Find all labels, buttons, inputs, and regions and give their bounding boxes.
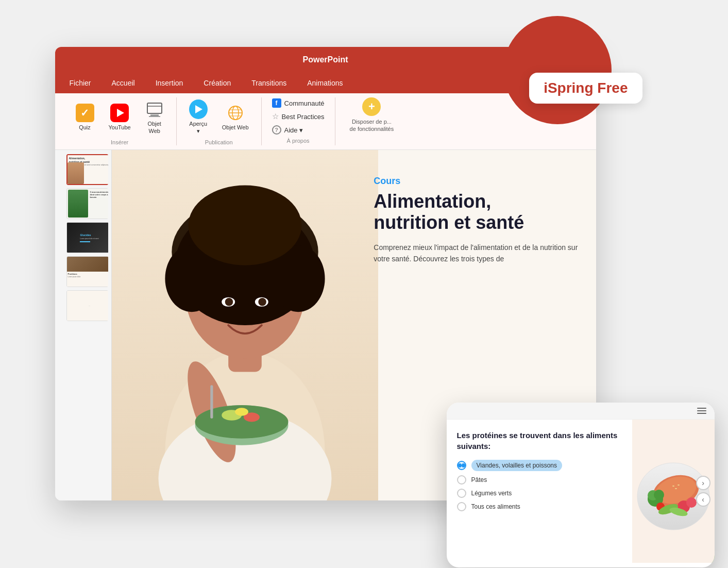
publier-icon	[226, 104, 245, 122]
slide-2-title: 3 macronutriments dont votre corps a bes…	[90, 191, 108, 199]
slide-image-1: Alimentation,nutrition et santé Lorem ip…	[66, 154, 108, 185]
bestpractices-button[interactable]: ☆ Best Practices	[270, 111, 327, 122]
youtube-label: YouTube	[109, 124, 131, 131]
ispring-badge-text: iSpring Free	[544, 80, 628, 96]
quiz-option-4[interactable]: Tous ces aliments	[457, 502, 622, 511]
menu-transitions[interactable]: Transitions	[247, 77, 291, 89]
quiz-radio-4	[457, 502, 466, 511]
aide-label: Aide ▾	[284, 126, 303, 134]
hamburger-line-3	[697, 413, 706, 414]
mobile-header	[447, 403, 715, 420]
bestpractices-label: Best Practices	[282, 113, 325, 121]
svg-point-18	[188, 186, 301, 265]
slide-4-title: Protéines	[68, 273, 108, 275]
quiz-option-label-1: Viandes, volailles et poissons	[471, 460, 563, 471]
play-circle-icon	[189, 99, 208, 119]
quiz-icon	[76, 104, 94, 122]
slide-image-5: ...	[66, 290, 108, 321]
quiz-option-label-4: Tous ces aliments	[471, 503, 520, 510]
svg-rect-2	[150, 114, 159, 116]
facebook-icon: f	[272, 98, 281, 108]
slide-3-bar	[80, 241, 90, 242]
menu-insertion[interactable]: Insertion	[151, 77, 188, 89]
slide-3-title: Glucides	[80, 233, 98, 237]
ribbon-buttons-publication: Aperçu▾ Objet Web	[185, 97, 253, 137]
publier-button[interactable]: Objet Web	[218, 102, 253, 133]
nav-prev-button[interactable]: ‹	[696, 492, 710, 507]
ispring-badge[interactable]: iSpring Free	[529, 73, 642, 104]
svg-point-41	[686, 497, 697, 508]
webobj-icon-svg	[145, 100, 164, 119]
youtube-button[interactable]: YouTube	[105, 102, 135, 133]
nav-arrows: › ‹	[696, 476, 710, 507]
quiz-radio-3	[457, 489, 466, 498]
slide-4-text-area: Protéines Lorem ipsum dolor	[67, 272, 108, 287]
quiz-option-1[interactable]: Viandes, volailles et poissons	[457, 460, 622, 471]
help-icon: ?	[272, 125, 281, 135]
apercu-label: Aperçu▾	[189, 121, 207, 134]
hamburger-menu-icon[interactable]	[697, 408, 706, 414]
webobj-button[interactable]: ObjetWeb	[141, 98, 168, 136]
quiz-label: Quiz	[79, 124, 91, 131]
menu-fichier[interactable]: Fichier	[65, 77, 95, 89]
quiz-options: Viandes, volailles et poissons Pâtes Lég…	[457, 460, 622, 511]
slide-image-3: Glucides Lorem ipsum dolor sit amet	[66, 222, 108, 253]
play-triangle-icon	[195, 105, 202, 113]
quiz-button[interactable]: Quiz	[72, 102, 98, 133]
slide-thumb-2[interactable]: 2 3 macronutriments dont votre corps a b…	[66, 188, 108, 219]
quiz-question: Les protéines se trouvent dans les alime…	[457, 430, 622, 452]
slide-thumb-5[interactable]: 5 ...	[66, 290, 108, 321]
quiz-area: Les protéines se trouvent dans les alime…	[447, 420, 632, 563]
svg-rect-3	[149, 116, 160, 117]
svg-point-35	[678, 485, 680, 486]
slide-5-text: ...	[89, 305, 90, 307]
ribbon-apropos-items: f Communauté ☆ Best Practices ? Aide ▾	[270, 97, 327, 136]
svg-point-36	[675, 488, 677, 489]
quiz-option-2[interactable]: Pâtes	[457, 475, 622, 485]
star-icon: ☆	[272, 112, 279, 121]
ribbon-group-label-inserer: Insérer	[111, 137, 128, 145]
slides-panel[interactable]: 1 Alimentation,nutrition et santé Lorem …	[55, 150, 112, 500]
slide-2-text: 3 macronutriments dont votre corps a bes…	[89, 190, 108, 218]
feature-text: Disposer de p... de fonctionnalités	[350, 118, 394, 133]
hamburger-line-2	[697, 410, 706, 411]
ribbon-group-feature: + Disposer de p... de fonctionnalités	[335, 97, 409, 145]
menu-creation[interactable]: Création	[199, 77, 235, 89]
youtube-icon	[110, 104, 129, 122]
youtube-icon-graphic	[110, 104, 129, 122]
slide-2-food	[68, 190, 88, 218]
svg-point-34	[672, 486, 674, 487]
feature-plus-icon: +	[362, 97, 381, 116]
svg-rect-29	[210, 385, 213, 419]
slide-3-bg: Glucides Lorem ipsum dolor sit amet	[67, 223, 108, 253]
apercu-button[interactable]: Aperçu▾	[185, 98, 212, 136]
ribbon-group-apropos: f Communauté ☆ Best Practices ? Aide ▾ À…	[262, 97, 335, 145]
quiz-radio-2	[457, 475, 466, 485]
quiz-option-3[interactable]: Légumes verts	[457, 489, 622, 498]
menu-animations[interactable]: Animations	[303, 77, 347, 89]
aide-button[interactable]: ? Aide ▾	[270, 124, 327, 136]
slide-title: Alimentation, nutrition et santé	[374, 191, 580, 233]
quiz-radio-1	[457, 461, 466, 470]
communaute-button[interactable]: f Communauté	[270, 97, 327, 109]
slide-4-text: Lorem ipsum dolor	[68, 276, 108, 278]
slide-thumb-1[interactable]: 1 Alimentation,nutrition et santé Lorem …	[66, 154, 108, 185]
svg-point-28	[235, 408, 248, 416]
menu-accueil[interactable]: Accueil	[108, 77, 139, 89]
ribbon-group-label-apropos: À propos	[287, 136, 310, 144]
slide-image-2: 3 macronutriments dont votre corps a bes…	[66, 188, 108, 219]
webobj-icon	[145, 100, 164, 119]
svg-point-22	[258, 298, 266, 306]
slide-thumb-3[interactable]: 3 Glucides Lorem ipsum dolor sit amet	[66, 222, 108, 253]
slide-thumb-4[interactable]: 4 Protéines Lorem ipsum dolor	[66, 256, 108, 287]
ribbon-buttons-inserer: Quiz YouTube	[72, 97, 168, 137]
nav-next-button[interactable]: ›	[696, 476, 710, 490]
globe-icon-svg	[226, 104, 245, 122]
communaute-label: Communauté	[284, 99, 325, 107]
hamburger-line-1	[697, 408, 706, 409]
slide-2-layout: 3 macronutriments dont votre corps a bes…	[67, 189, 108, 219]
svg-point-21	[225, 298, 233, 306]
slide-photo-thumb-1	[67, 162, 84, 184]
feature-promo[interactable]: + Disposer de p... de fonctionnalités	[344, 97, 400, 133]
ispring-circle	[503, 16, 612, 124]
